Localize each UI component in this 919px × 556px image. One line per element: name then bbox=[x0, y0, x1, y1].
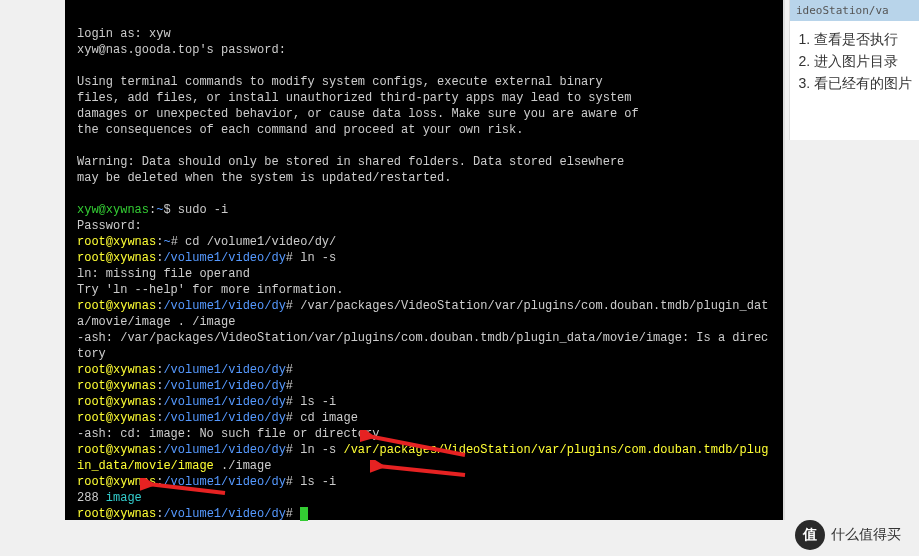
side-note-header: ideoStation/va bbox=[790, 0, 919, 21]
root-prompt: root@xywnas bbox=[77, 363, 156, 377]
watermark-text: 什么值得买 bbox=[831, 526, 901, 544]
err-line: -ash: cd: image: No such file or directo… bbox=[77, 427, 379, 441]
banner-line: damages or unexpected behavior, or cause… bbox=[77, 107, 639, 121]
cmd-sudo: sudo -i bbox=[178, 203, 228, 217]
cmd-ln: ln -s bbox=[300, 251, 336, 265]
root-prompt: root@xywnas bbox=[77, 235, 156, 249]
cmd-ls: ls -i bbox=[300, 395, 336, 409]
err-line: Try 'ln --help' for more information. bbox=[77, 283, 343, 297]
login-prompt: login as: bbox=[77, 27, 149, 41]
cmd-ls: ls -i bbox=[300, 475, 336, 489]
side-note-item: 查看是否执行 bbox=[814, 29, 919, 51]
ls-link-name: image bbox=[106, 491, 142, 505]
cmd-cd-image: cd image bbox=[300, 411, 358, 425]
root-prompt: root@xywnas bbox=[77, 251, 156, 265]
side-note-item: 看已经有的图片 bbox=[814, 73, 919, 95]
root-prompt: root@xywnas bbox=[77, 443, 156, 457]
terminal-window[interactable]: login as: xyw xyw@nas.gooda.top's passwo… bbox=[65, 0, 785, 520]
side-note-item: 进入图片目录 bbox=[814, 51, 919, 73]
cmd-ln-link: ./image bbox=[214, 459, 272, 473]
root-prompt: root@xywnas bbox=[77, 507, 156, 521]
watermark-badge: 值 什么值得买 bbox=[795, 520, 901, 550]
ls-inode: 288 bbox=[77, 491, 106, 505]
user-prompt: xyw@xywnas bbox=[77, 203, 149, 217]
banner-line: the consequences of each command and pro… bbox=[77, 123, 523, 137]
sudo-password: Password: bbox=[77, 219, 142, 233]
banner-line: Using terminal commands to modify system… bbox=[77, 75, 603, 89]
err-line: -ash: /var/packages/VideoStation/var/plu… bbox=[77, 331, 768, 361]
err-line: ln: missing file operand bbox=[77, 267, 250, 281]
root-prompt: root@xywnas bbox=[77, 395, 156, 409]
warning-line: Warning: Data should only be stored in s… bbox=[77, 155, 624, 169]
root-prompt: root@xywnas bbox=[77, 379, 156, 393]
cmd-ln-s: ln -s bbox=[300, 443, 343, 457]
password-prompt: xyw@nas.gooda.top's password: bbox=[77, 43, 286, 57]
side-note-panel: ideoStation/va 查看是否执行 进入图片目录 看已经有的图片 bbox=[789, 0, 919, 140]
warning-line: may be deleted when the system is update… bbox=[77, 171, 451, 185]
root-prompt: root@xywnas bbox=[77, 299, 156, 313]
watermark-icon: 值 bbox=[795, 520, 825, 550]
root-prompt: root@xywnas bbox=[77, 475, 156, 489]
cursor[interactable] bbox=[300, 507, 308, 521]
banner-line: files, add files, or install unauthorize… bbox=[77, 91, 632, 105]
login-user: xyw bbox=[149, 27, 171, 41]
cmd-cd: cd /volume1/video/dy/ bbox=[185, 235, 336, 249]
root-prompt: root@xywnas bbox=[77, 411, 156, 425]
